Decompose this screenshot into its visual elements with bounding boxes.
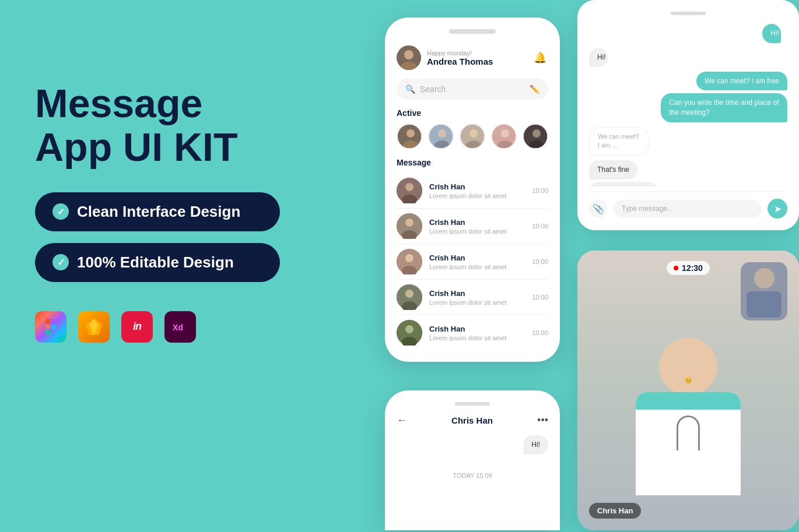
hi-bubble-bottom: Hi! [523,435,548,455]
svg-point-25 [532,129,541,138]
msg-preview-2: Lorem ipsum dolor sit amet [429,228,525,235]
svg-rect-2 [45,329,51,334]
msg-time-1: 10:00 [532,187,548,194]
chat-panel: Hi! Hi! We can meet? I am free Can you w… [577,0,799,230]
msg-content-1: Crish Han Lorem ipsum dolor sit amet [429,182,525,199]
msg-avatar-5 [397,320,422,346]
bottom-chat-phone: ← Chris Han ••• Hi! TODAY 15:09 [385,390,560,530]
msg-preview-4: Lorem ipsum dolor sit amet [429,299,525,306]
call-time-indicator: 12:30 [667,261,710,275]
back-icon[interactable]: ← [397,414,407,427]
msg-preview-3: Lorem ipsum dolor sit amet [429,263,525,270]
chat-bubble-received-1: Hi! [589,48,608,67]
chat-notch [671,12,706,15]
feature-badges: Clean Interface Design 100% Editable Des… [35,192,297,282]
send-button[interactable]: ➤ [768,199,787,219]
phone-main-mockup: Happy monday! Andrea Thomas 🔔 🔍 Search ✏… [385,17,560,362]
msg-content-3: Crish Han Lorem ipsum dolor sit amet [429,253,525,270]
pip-thumbnail [741,262,787,320]
header-user-info: Happy monday! Andrea Thomas [427,50,493,66]
msg-name-4: Crish Han [429,289,525,298]
caller-name-badge: Chris Han [589,503,641,519]
svg-point-13 [406,129,415,138]
svg-point-10 [404,50,413,59]
message-item-4[interactable]: Crish Han Lorem ipsum dolor sit amet 10:… [397,280,548,315]
msg-content-2: Crish Han Lorem ipsum dolor sit amet [429,218,525,235]
call-time: 12:30 [682,263,703,273]
message-input[interactable]: Type message... [614,200,762,217]
search-input[interactable]: Search [420,84,525,94]
sketch-icon [78,311,110,343]
active-avatar-5[interactable] [523,124,548,149]
badge-label-1: Clean Interface Design [77,203,240,221]
phone-notch [449,29,496,34]
message-item-5[interactable]: Crish Han Lorem ipsum dolor sit amet 10:… [397,315,548,350]
message-section-label: Message [385,158,560,173]
msg-time-3: 10:00 [532,258,548,265]
svg-text:Xd: Xd [173,323,183,332]
message-list: Crish Han Lorem ipsum dolor sit amet 10:… [385,173,560,350]
msg-name-5: Crish Han [429,325,525,333]
message-item-2[interactable]: Crish Han Lorem ipsum dolor sit amet 10:… [397,209,548,244]
svg-point-16 [438,129,446,138]
attach-icon[interactable]: 📎 [589,199,608,218]
active-avatar-3[interactable] [460,124,485,149]
active-avatar-1[interactable] [397,124,422,149]
chat-bubble-sent-2: We can meet? I am free [696,72,787,91]
search-bar[interactable]: 🔍 Search ✏️ [397,79,548,100]
compose-icon: ✏️ [530,84,539,94]
svg-rect-0 [45,319,51,324]
notification-bell-icon[interactable]: 🔔 [532,50,548,66]
chat-bubble-small: We can meet? I am ... [589,127,649,156]
svg-point-19 [469,129,478,138]
svg-rect-1 [45,324,51,329]
xd-icon: Xd [164,311,196,343]
chat-messages: Hi! Hi! We can meet? I am free Can you w… [589,24,787,186]
active-users-list [385,124,560,158]
chat-contact-name: Chris Han [451,415,493,425]
check-icon-1 [52,203,69,220]
message-item-3[interactable]: Crish Han Lorem ipsum dolor sit amet 10:… [397,244,548,280]
bottom-phone-notch [455,402,490,406]
active-section-label: Active [385,108,560,124]
tool-icons: in Xd [35,311,297,343]
msg-preview-5: Lorem ipsum dolor sit amet [429,334,525,341]
msg-avatar-4 [397,284,422,310]
user-avatar [397,45,421,70]
today-timestamp: TODAY 15:09 [397,472,548,479]
header-left: Happy monday! Andrea Thomas [397,45,493,70]
chat-bubble-thats-fine: That's fine [589,160,637,179]
svg-point-40 [405,325,413,333]
active-avatar-2[interactable] [428,124,454,149]
recording-dot [674,266,678,270]
phone-header: Happy monday! Andrea Thomas 🔔 [385,45,560,79]
msg-avatar-1 [397,178,422,203]
svg-rect-4 [51,324,56,329]
page-title: Message App UI KIT [35,82,297,169]
svg-point-28 [405,183,413,191]
badge-clean-interface: Clean Interface Design [35,192,280,231]
invision-icon: in [121,311,153,343]
msg-time-2: 10:00 [532,223,548,230]
msg-avatar-3 [397,249,422,274]
chat-input-area[interactable]: 📎 Type message... ➤ [589,191,787,219]
svg-point-34 [405,254,413,262]
left-panel: Message App UI KIT Clean Interface Desig… [0,0,332,532]
active-avatar-4[interactable] [491,124,517,149]
msg-content-4: Crish Han Lorem ipsum dolor sit amet [429,289,525,306]
more-options-icon[interactable]: ••• [537,414,548,427]
chat-header-bottom: ← Chris Han ••• [397,414,548,427]
user-name: Andrea Thomas [427,57,493,66]
chat-bubble-sent-3: Can you write the time and place of the … [661,93,787,122]
msg-preview-1: Lorem ipsum dolor sit amet [429,192,525,199]
svg-rect-3 [51,319,56,324]
video-call-panel: 😊 12:30 Chris Han [577,251,799,530]
chat-bubble-sent-1: Hi! [762,24,781,43]
chat-bubble-tower: Then at 5 near the tower [589,182,658,186]
badge-editable-design: 100% Editable Design [35,243,280,282]
msg-name-2: Crish Han [429,218,525,227]
message-item-1[interactable]: Crish Han Lorem ipsum dolor sit amet 10:… [397,173,548,209]
badge-label-2: 100% Editable Design [77,253,234,272]
greeting-text: Happy monday! [427,50,493,57]
msg-content-5: Crish Han Lorem ipsum dolor sit amet [429,325,525,341]
